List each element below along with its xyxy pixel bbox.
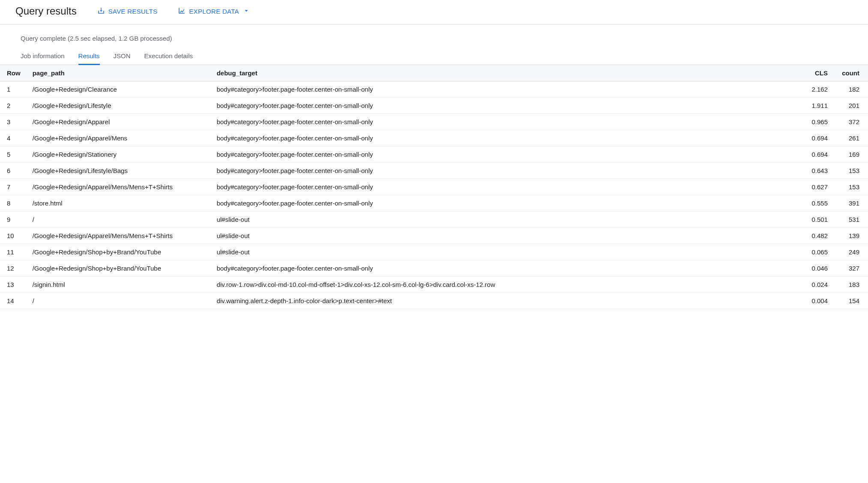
results-table-wrap: Row page_path debug_target CLS count 1/G… — [0, 65, 868, 309]
results-table: Row page_path debug_target CLS count 1/G… — [0, 65, 868, 309]
cell-count: 391 — [834, 195, 868, 212]
cell-page-path: /Google+Redesign/Lifestyle — [27, 98, 211, 114]
table-row[interactable]: 5/Google+Redesign/Stationerybody#categor… — [0, 146, 868, 163]
cell-row-num: 4 — [0, 130, 27, 146]
cell-cls: 0.694 — [799, 130, 834, 146]
cell-debug-target: ul#slide-out — [211, 228, 799, 244]
cell-row-num: 12 — [0, 260, 27, 277]
table-row[interactable]: 1/Google+Redesign/Clearancebody#category… — [0, 81, 868, 98]
cell-count: 139 — [834, 228, 868, 244]
cell-debug-target: body#category>footer.page-footer.center-… — [211, 81, 799, 98]
cell-cls: 0.555 — [799, 195, 834, 212]
cell-page-path: /Google+Redesign/Shop+by+Brand/YouTube — [27, 244, 211, 260]
col-header-page-path: page_path — [27, 65, 211, 81]
table-row[interactable]: 9/ul#slide-out0.501531 — [0, 212, 868, 228]
table-row[interactable]: 13/signin.htmldiv.row-1.row>div.col-md-1… — [0, 277, 868, 293]
cell-row-num: 3 — [0, 114, 27, 130]
cell-row-num: 6 — [0, 163, 27, 179]
cell-count: 169 — [834, 146, 868, 163]
table-row[interactable]: 6/Google+Redesign/Lifestyle/Bagsbody#cat… — [0, 163, 868, 179]
table-row[interactable]: 2/Google+Redesign/Lifestylebody#category… — [0, 98, 868, 114]
cell-count: 531 — [834, 212, 868, 228]
content: Query complete (2.5 sec elapsed, 1.2 GB … — [0, 24, 868, 309]
cell-count: 261 — [834, 130, 868, 146]
cell-row-num: 7 — [0, 179, 27, 195]
cell-cls: 0.065 — [799, 244, 834, 260]
table-row[interactable]: 11/Google+Redesign/Shop+by+Brand/YouTube… — [0, 244, 868, 260]
tab-execution-details[interactable]: Execution details — [144, 49, 193, 65]
cell-cls: 0.004 — [799, 293, 834, 309]
cell-page-path: /Google+Redesign/Lifestyle/Bags — [27, 163, 211, 179]
cell-count: 249 — [834, 244, 868, 260]
cell-cls: 2.162 — [799, 81, 834, 98]
cell-debug-target: body#category>footer.page-footer.center-… — [211, 179, 799, 195]
cell-debug-target: body#category>footer.page-footer.center-… — [211, 146, 799, 163]
table-row[interactable]: 3/Google+Redesign/Apparelbody#category>f… — [0, 114, 868, 130]
page-title: Query results — [15, 5, 77, 17]
cell-count: 327 — [834, 260, 868, 277]
cell-page-path: / — [27, 212, 211, 228]
cell-cls: 0.643 — [799, 163, 834, 179]
col-header-cls: CLS — [799, 65, 834, 81]
col-header-debug-target: debug_target — [211, 65, 799, 81]
cell-cls: 0.482 — [799, 228, 834, 244]
cell-debug-target: div.row-1.row>div.col-md-10.col-md-offse… — [211, 277, 799, 293]
table-header-row: Row page_path debug_target CLS count — [0, 65, 868, 81]
cell-count: 201 — [834, 98, 868, 114]
cell-debug-target: body#category>footer.page-footer.center-… — [211, 114, 799, 130]
dropdown-icon — [242, 7, 250, 16]
cell-cls: 0.046 — [799, 260, 834, 277]
cell-row-num: 11 — [0, 244, 27, 260]
table-row[interactable]: 7/Google+Redesign/Apparel/Mens/Mens+T+Sh… — [0, 179, 868, 195]
save-results-label: Save Results — [108, 8, 158, 15]
cell-debug-target: ul#slide-out — [211, 244, 799, 260]
cell-row-num: 14 — [0, 293, 27, 309]
cell-row-num: 10 — [0, 228, 27, 244]
table-row[interactable]: 4/Google+Redesign/Apparel/Mensbody#categ… — [0, 130, 868, 146]
cell-page-path: /Google+Redesign/Apparel/Mens — [27, 130, 211, 146]
cell-count: 154 — [834, 293, 868, 309]
table-row[interactable]: 10/Google+Redesign/Apparel/Mens/Mens+T+S… — [0, 228, 868, 244]
cell-page-path: /Google+Redesign/Shop+by+Brand/YouTube — [27, 260, 211, 277]
cell-debug-target: div.warning.alert.z-depth-1.info-color-d… — [211, 293, 799, 309]
cell-debug-target: body#category>footer.page-footer.center-… — [211, 98, 799, 114]
cell-count: 183 — [834, 277, 868, 293]
col-header-row: Row — [0, 65, 27, 81]
table-row[interactable]: 12/Google+Redesign/Shop+by+Brand/YouTube… — [0, 260, 868, 277]
cell-page-path: / — [27, 293, 211, 309]
cell-row-num: 5 — [0, 146, 27, 163]
cell-page-path: /store.html — [27, 195, 211, 212]
col-header-count: count — [834, 65, 868, 81]
cell-cls: 0.627 — [799, 179, 834, 195]
cell-debug-target: body#category>footer.page-footer.center-… — [211, 260, 799, 277]
cell-page-path: /Google+Redesign/Apparel/Mens/Mens+T+Shi… — [27, 228, 211, 244]
download-icon — [97, 7, 105, 16]
cell-row-num: 8 — [0, 195, 27, 212]
tab-job-information[interactable]: Job information — [21, 49, 65, 65]
cell-debug-target: body#category>footer.page-footer.center-… — [211, 195, 799, 212]
save-results-button[interactable]: Save Results — [97, 7, 158, 16]
table-row[interactable]: 14/div.warning.alert.z-depth-1.info-colo… — [0, 293, 868, 309]
cell-debug-target: body#category>footer.page-footer.center-… — [211, 130, 799, 146]
explore-data-label: Explore Data — [189, 8, 239, 15]
cell-cls: 0.501 — [799, 212, 834, 228]
cell-debug-target: ul#slide-out — [211, 212, 799, 228]
tab-results[interactable]: Results — [78, 49, 100, 65]
explore-data-button[interactable]: Explore Data — [178, 7, 250, 16]
cell-page-path: /Google+Redesign/Stationery — [27, 146, 211, 163]
cell-debug-target: body#category>footer.page-footer.center-… — [211, 163, 799, 179]
tab-json[interactable]: JSON — [114, 49, 131, 65]
cell-page-path: /signin.html — [27, 277, 211, 293]
cell-row-num: 13 — [0, 277, 27, 293]
cell-count: 153 — [834, 179, 868, 195]
cell-cls: 0.965 — [799, 114, 834, 130]
tabs: Job information Results JSON Execution d… — [0, 49, 868, 65]
header: Query results Save Results Explore Data — [0, 0, 868, 24]
cell-cls: 1.911 — [799, 98, 834, 114]
cell-count: 182 — [834, 81, 868, 98]
cell-count: 153 — [834, 163, 868, 179]
table-row[interactable]: 8/store.htmlbody#category>footer.page-fo… — [0, 195, 868, 212]
header-actions: Save Results Explore Data — [97, 7, 250, 16]
cell-row-num: 2 — [0, 98, 27, 114]
cell-cls: 0.694 — [799, 146, 834, 163]
